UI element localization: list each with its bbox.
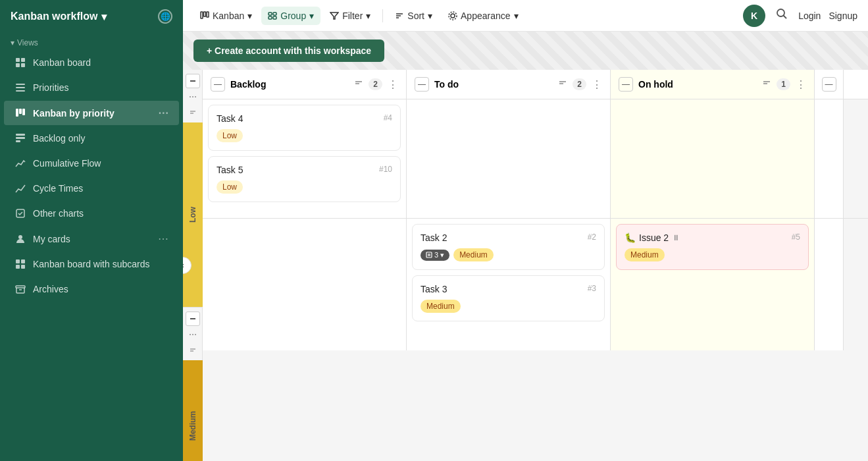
task2-subtasks-badge[interactable]: 3 ▾ (421, 250, 449, 261)
card-task2[interactable]: Task 2 #2 3 ▾ Medium (412, 224, 605, 270)
task5-number: #10 (379, 165, 392, 174)
onhold-collapse-button[interactable]: — (619, 77, 633, 92)
login-link[interactable]: Login (798, 11, 821, 21)
todo-low-body (407, 99, 611, 218)
sidebar-item-cumulative-flow[interactable]: Cumulative Flow (4, 151, 179, 175)
low-more-button[interactable]: ⋯ (188, 91, 198, 103)
sort-button[interactable]: Sort ▾ (388, 7, 439, 25)
card-task4[interactable]: Task 4 #4 Low (208, 105, 401, 151)
task2-tag: Medium (453, 248, 494, 261)
task2-number: #2 (588, 232, 596, 242)
svg-point-33 (449, 12, 457, 20)
kanban-by-priority-actions[interactable] (158, 107, 168, 119)
main-area: Kanban ▾ Group ▾ Filter ▾ Sort ▾ Appeara… (183, 0, 868, 461)
medium-sort-button[interactable] (186, 343, 200, 358)
extra-col-expand-button[interactable]: — (822, 77, 836, 92)
svg-line-35 (784, 16, 787, 19)
create-account-button[interactable]: + Create account with this workspace (193, 40, 384, 62)
app-title[interactable]: Kanban workflow ▾ (11, 11, 107, 23)
low-controls: ⋯ (183, 70, 203, 122)
app-title-text: Kanban workflow (11, 11, 97, 22)
sidebar-item-kanban-by-priority[interactable]: Kanban by priority (4, 101, 179, 125)
svg-rect-9 (22, 109, 25, 115)
task3-title: Task 3 (421, 284, 447, 294)
sidebar-item-archives[interactable]: Archives (4, 277, 179, 301)
group-button[interactable]: Group ▾ (261, 7, 320, 25)
task5-title: Task 5 (217, 165, 243, 175)
sidebar-header: Kanban workflow ▾ 🌐 (0, 0, 183, 33)
medium-more-button[interactable]: ⋯ (188, 329, 198, 340)
kanban-by-priority-menu-icon[interactable] (158, 107, 168, 119)
backlog-menu-button[interactable]: ⋮ (388, 78, 398, 91)
task3-number: #3 (588, 284, 596, 293)
columns-area: — Backlog 2 ⋮ — To do (203, 70, 868, 461)
globe-icon[interactable]: 🌐 (158, 9, 172, 24)
app-title-chevron: ▾ (101, 11, 107, 23)
sidebar-item-archives-label: Archives (33, 284, 68, 294)
svg-rect-26 (268, 16, 272, 19)
task2-title: Task 2 (421, 232, 447, 243)
kanban-icon (14, 107, 26, 119)
issue2-title: Issue 2 (639, 232, 669, 243)
svg-rect-11 (16, 137, 25, 139)
my-cards-actions[interactable] (158, 232, 168, 245)
appearance-button[interactable]: Appearance ▾ (442, 7, 525, 25)
kanban-button[interactable]: Kanban ▾ (193, 7, 259, 25)
extra-column-collapsed: — (815, 70, 844, 99)
svg-rect-3 (21, 63, 25, 67)
todo-medium-body: Task 2 #2 3 ▾ Medium (407, 219, 611, 350)
low-sort-button[interactable] (186, 105, 200, 120)
issue-icon: 🐛 (625, 232, 636, 243)
todo-collapse-button[interactable]: — (415, 77, 429, 92)
medium-label-text: Medium (188, 411, 197, 441)
backlog-collapse-button[interactable]: — (211, 77, 225, 92)
medium-controls: ⋯ (183, 308, 203, 360)
sidebar-item-my-cards-label: My cards (33, 234, 70, 244)
sidebar-item-priorities[interactable]: Priorities (4, 76, 179, 99)
task4-tag: Low (217, 129, 243, 142)
chart-area-icon (14, 157, 26, 169)
task2-subtask-count: 3 (434, 251, 438, 259)
sidebar-item-kanban-subcards[interactable]: Kanban board with subcards (4, 252, 179, 276)
sidebar: Kanban workflow ▾ 🌐 ▾ Views Kanban board… (0, 0, 183, 461)
sidebar-item-my-cards[interactable]: My cards (4, 227, 179, 251)
svg-rect-19 (16, 286, 25, 288)
sidebar-item-priorities-label: Priorities (33, 82, 68, 93)
onhold-column-header: — On hold 1 ⋮ (611, 70, 815, 99)
sidebar-item-other-charts[interactable]: Other charts (4, 202, 179, 225)
sidebar-item-kanban-board-label: Kanban board (33, 57, 91, 68)
svg-rect-22 (204, 12, 206, 16)
avatar-letter: K (751, 11, 757, 21)
onhold-sort-button[interactable] (762, 79, 771, 90)
sidebar-item-cycle-times-label: Cycle Times (33, 183, 83, 194)
search-button[interactable] (773, 5, 790, 26)
user-icon (14, 233, 26, 245)
low-label-strip: Low (183, 122, 203, 307)
group-button-label: Group (280, 11, 306, 21)
sort-chevron-icon: ▾ (428, 11, 432, 21)
todo-sort-button[interactable] (558, 79, 567, 90)
extra-col-medium (815, 219, 844, 350)
backlog-sort-button[interactable] (354, 79, 363, 90)
medium-collapse-button[interactable] (186, 312, 200, 326)
card-task5[interactable]: Task 5 #10 Low (208, 156, 401, 202)
kanban-button-label: Kanban (213, 11, 244, 21)
avatar-button[interactable]: K (743, 5, 765, 27)
onhold-low-body (611, 99, 815, 218)
filter-button[interactable]: Filter ▾ (323, 7, 377, 25)
low-collapse-button[interactable] (186, 74, 200, 88)
signup-link[interactable]: Signup (829, 11, 857, 21)
extra-col-low (815, 99, 844, 218)
card-task3[interactable]: Task 3 #3 Medium (412, 275, 605, 321)
card-issue2[interactable]: 🐛 Issue 2 ⏸ #5 Medium (616, 224, 809, 270)
sidebar-item-kanban-subcards-label: Kanban board with subcards (33, 259, 149, 269)
sidebar-item-cycle-times[interactable]: Cycle Times (4, 176, 179, 200)
my-cards-menu-icon[interactable] (158, 232, 168, 245)
task5-tag: Low (217, 180, 243, 194)
backlog-column-header: — Backlog 2 ⋮ (203, 70, 407, 99)
sidebar-item-kanban-board[interactable]: Kanban board (4, 51, 179, 74)
sidebar-item-backlog-only[interactable]: Backlog only (4, 126, 179, 150)
svg-point-34 (777, 9, 784, 16)
onhold-menu-button[interactable]: ⋮ (796, 78, 806, 91)
todo-menu-button[interactable]: ⋮ (592, 78, 602, 91)
